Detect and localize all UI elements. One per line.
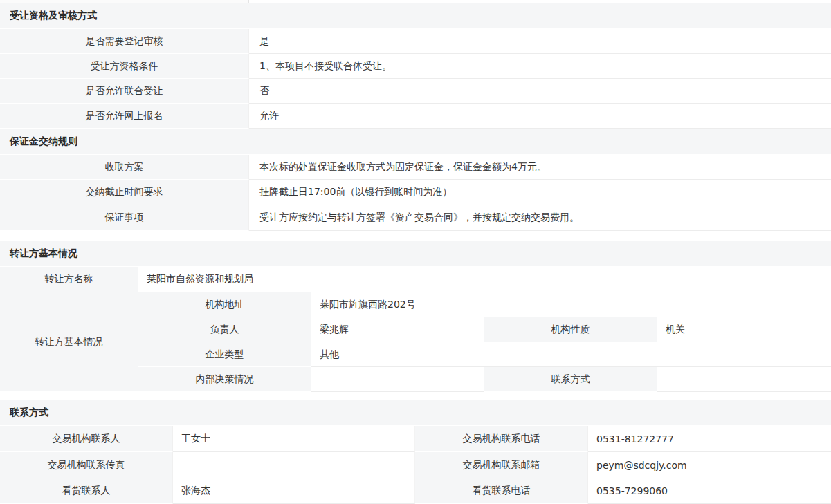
row-label: 受让方资格条件 (0, 54, 249, 79)
table-row: 是否需要登记审核 是 (0, 29, 831, 54)
section-transferor: 转让方基本情况 转让方名称 莱阳市自然资源和规划局 转让方基本情况 机构地址 莱… (0, 241, 831, 392)
partial-row-value-cell (249, 0, 831, 3)
row-value: 否 (249, 79, 831, 104)
table-row: 收取方案 本次标的处置保证金收取方式为固定保证金，保证金金额为4万元。 (0, 155, 831, 180)
row-value: 允许 (249, 104, 831, 129)
transferor-name-row: 转让方名称 莱阳市自然资源和规划局 (0, 267, 831, 292)
row-value (657, 367, 831, 392)
row-value (311, 367, 484, 392)
detail-page: 受让资格及审核方式 是否需要登记审核 是 受让方资格条件 1、本项目不接受联合体… (0, 0, 831, 504)
row-label: 交纳截止时间要求 (0, 180, 249, 205)
row-value: 本次标的处置保证金收取方式为固定保证金，保证金金额为4万元。 (249, 155, 831, 180)
row-label: 内部决策情况 (138, 367, 311, 392)
section-title-qualification: 受让资格及审核方式 (0, 3, 831, 29)
row-value: 1、本项目不接受联合体受让。 (249, 54, 831, 79)
section-qualification: 受让资格及审核方式 是否需要登记审核 是 受让方资格条件 1、本项目不接受联合体… (0, 3, 831, 129)
row-label: 企业类型 (138, 342, 311, 367)
section-contact: 联系方式 交易机构联系人 王女士 交易机构联系电话 0531-81272777 … (0, 400, 831, 504)
row-value: peym@sdcqjy.com (588, 452, 831, 478)
section-title-contact: 联系方式 (0, 400, 831, 426)
table-row: 受让方资格条件 1、本项目不接受联合体受让。 (0, 54, 831, 79)
row-value: 其他 (311, 342, 831, 367)
row-label: 负责人 (138, 317, 311, 342)
table-row: 是否允许联合受让 否 (0, 79, 831, 104)
row-value: 0531-81272777 (588, 426, 831, 452)
row-value: 莱阳市旌旗西路202号 (311, 292, 831, 317)
row-value: 挂牌截止日17:00前（以银行到账时间为准） (249, 180, 831, 205)
row-value: 王女士 (173, 426, 415, 452)
transferor-detail-block: 转让方基本情况 机构地址 莱阳市旌旗西路202号 负责人 梁兆辉 机构性质 机关… (0, 292, 831, 392)
row-label: 是否允许网上报名 (0, 104, 249, 129)
partial-row-label-cell (0, 0, 249, 3)
row-label: 交易机构联系邮箱 (415, 452, 588, 478)
section-title-deposit-rules: 保证金交纳规则 (0, 129, 831, 155)
table-row: 企业类型 其他 (138, 342, 831, 367)
row-value: 机关 (657, 317, 831, 342)
section-deposit-rules: 保证金交纳规则 收取方案 本次标的处置保证金收取方式为固定保证金，保证金金额为4… (0, 129, 831, 231)
row-label: 机构地址 (138, 292, 311, 317)
row-value (173, 452, 415, 478)
row-label: 是否允许联合受让 (0, 79, 249, 104)
row-value: 0535-7299060 (588, 478, 831, 504)
row-label: 保证事项 (0, 205, 249, 231)
row-label: 看货联系人 (0, 478, 173, 504)
table-row: 交纳截止时间要求 挂牌截止日17:00前（以银行到账时间为准） (0, 180, 831, 205)
row-label: 交易机构联系电话 (415, 426, 588, 452)
row-value: 张海杰 (173, 478, 415, 504)
table-row: 看货联系人 张海杰 看货联系电话 0535-7299060 (0, 478, 831, 504)
transferor-group-label: 转让方基本情况 (0, 292, 138, 392)
row-value: 受让方应按约定与转让方签署《资产交易合同》，并按规定交纳交易费用。 (249, 205, 831, 231)
table-row: 交易机构联系传真 交易机构联系邮箱 peym@sdcqjy.com (0, 452, 831, 478)
row-label: 交易机构联系传真 (0, 452, 173, 478)
row-label: 联系方式 (484, 367, 657, 392)
table-row: 保证事项 受让方应按约定与转让方签署《资产交易合同》，并按规定交纳交易费用。 (0, 205, 831, 231)
row-label: 机构性质 (484, 317, 657, 342)
transferor-detail-rows: 机构地址 莱阳市旌旗西路202号 负责人 梁兆辉 机构性质 机关 企业类型 其他… (138, 292, 831, 392)
section-title-transferor: 转让方基本情况 (0, 241, 831, 267)
table-row: 是否允许网上报名 允许 (0, 104, 831, 129)
row-value: 莱阳市自然资源和规划局 (138, 267, 831, 292)
section-spacer (0, 392, 831, 400)
table-row: 机构地址 莱阳市旌旗西路202号 (138, 292, 831, 317)
row-value: 梁兆辉 (311, 317, 484, 342)
row-label: 转让方名称 (0, 267, 138, 292)
table-row: 内部决策情况 联系方式 (138, 367, 831, 392)
row-value: 是 (249, 29, 831, 54)
section-spacer (0, 231, 831, 241)
row-label: 看货联系电话 (415, 478, 588, 504)
row-label: 收取方案 (0, 155, 249, 180)
row-label: 是否需要登记审核 (0, 29, 249, 54)
table-row: 负责人 梁兆辉 机构性质 机关 (138, 317, 831, 342)
row-label: 交易机构联系人 (0, 426, 173, 452)
table-row: 交易机构联系人 王女士 交易机构联系电话 0531-81272777 (0, 426, 831, 452)
